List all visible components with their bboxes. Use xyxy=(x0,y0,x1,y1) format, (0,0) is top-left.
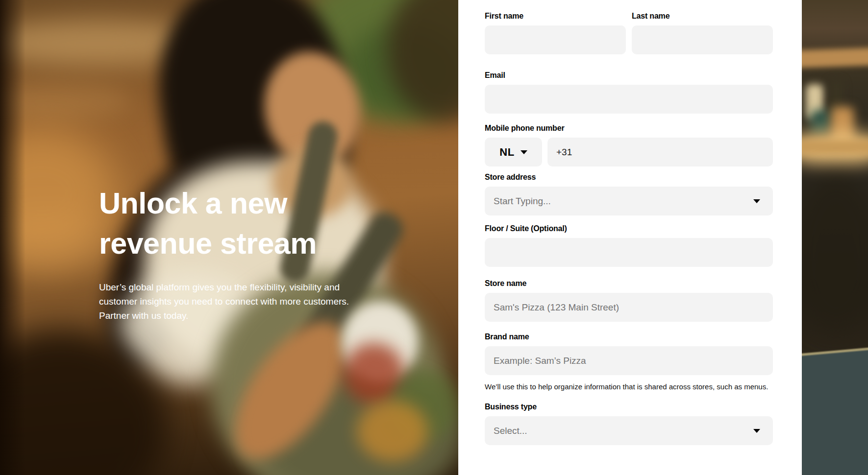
store-address-select[interactable]: Start Typing... xyxy=(485,187,773,215)
business-type-placeholder: Select... xyxy=(494,426,527,436)
chevron-down-icon xyxy=(521,150,527,154)
side-photo xyxy=(802,0,868,475)
shelf-bar xyxy=(802,140,868,154)
brand-name-input[interactable] xyxy=(485,346,773,375)
store-name-input[interactable] xyxy=(485,293,773,322)
email-label: Email xyxy=(485,71,773,80)
country-code-value: NL xyxy=(499,146,514,159)
tablet-screen xyxy=(802,347,868,475)
store-name-label: Store name xyxy=(485,279,773,288)
store-address-label: Store address xyxy=(485,173,773,182)
brand-name-label: Brand name xyxy=(485,332,773,341)
phone-label: Mobile phone number xyxy=(485,124,773,133)
first-name-label: First name xyxy=(485,12,626,21)
hero-headline: Unlock a new revenue stream xyxy=(99,183,317,263)
name-fields-row: First name Last name xyxy=(485,12,773,54)
phone-number-input[interactable] xyxy=(547,138,773,166)
first-name-input[interactable] xyxy=(485,25,626,54)
hero-headline-line1: Unlock a new xyxy=(99,183,317,223)
brand-name-help-text: We’ll use this to help organize informat… xyxy=(485,380,771,393)
store-address-placeholder: Start Typing... xyxy=(494,196,551,207)
country-code-select[interactable]: NL xyxy=(485,138,542,166)
chevron-down-icon xyxy=(753,199,760,203)
floor-suite-label: Floor / Suite (Optional) xyxy=(485,224,773,233)
hero-description: Uber’s global platform gives you the fle… xyxy=(99,280,349,323)
last-name-input[interactable] xyxy=(632,25,773,54)
chevron-down-icon xyxy=(753,429,760,433)
hero-headline-line2: revenue stream xyxy=(99,223,317,263)
signup-form: First name Last name Email Mobile phone … xyxy=(458,0,802,475)
email-input[interactable] xyxy=(485,85,773,114)
floor-suite-input[interactable] xyxy=(485,238,773,267)
business-type-label: Business type xyxy=(485,403,773,411)
last-name-label: Last name xyxy=(632,12,773,21)
business-type-select[interactable]: Select... xyxy=(485,416,773,445)
shelf-bar xyxy=(802,48,868,68)
hero-photo: Unlock a new revenue stream Uber’s globa… xyxy=(0,0,458,475)
